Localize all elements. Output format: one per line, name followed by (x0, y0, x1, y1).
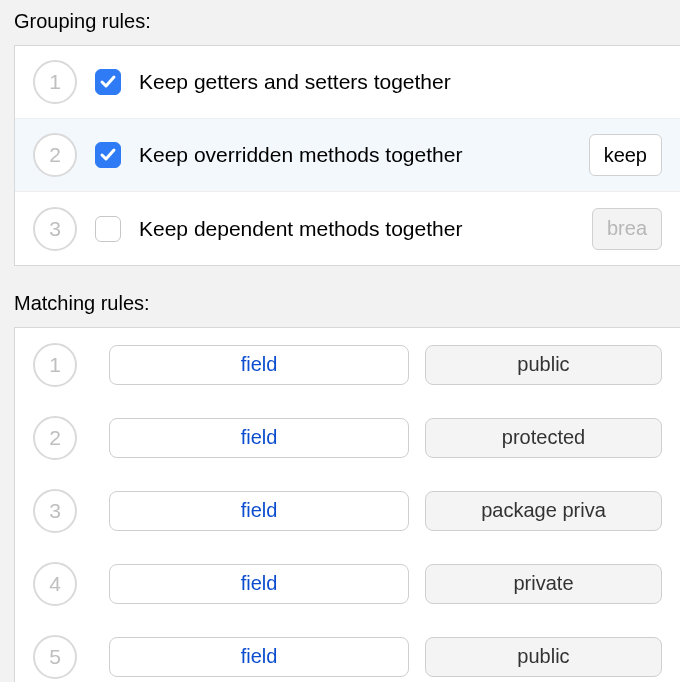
checkmark-icon (99, 73, 117, 91)
rule-modifier-selector[interactable]: protected (425, 418, 662, 458)
rule-type-selector[interactable]: field (109, 491, 409, 531)
grouping-rule-row[interactable]: 3 Keep dependent methods together brea (15, 192, 680, 265)
rule-number-badge: 4 (33, 562, 77, 606)
grouping-rules-label: Grouping rules: (0, 0, 680, 45)
matching-rule-row[interactable]: 1 field public (15, 328, 680, 401)
checkmark-icon (99, 146, 117, 164)
matching-rule-row[interactable]: 2 field protected (15, 401, 680, 474)
rule-number-badge: 1 (33, 343, 77, 387)
rule-checkbox[interactable] (95, 142, 121, 168)
rule-modifier-selector[interactable]: package priva (425, 491, 662, 531)
rule-checkbox[interactable] (95, 216, 121, 242)
rule-modifier-selector[interactable]: public (425, 637, 662, 677)
rule-modifier-selector[interactable]: public (425, 345, 662, 385)
rule-checkbox[interactable] (95, 69, 121, 95)
rule-type-selector[interactable]: field (109, 564, 409, 604)
rule-number-badge: 3 (33, 207, 77, 251)
rule-number-badge: 3 (33, 489, 77, 533)
matching-rules-label: Matching rules: (0, 266, 680, 327)
rule-label: Keep overridden methods together (139, 143, 462, 167)
rule-number-badge: 1 (33, 60, 77, 104)
matching-rule-row[interactable]: 4 field private (15, 547, 680, 620)
rule-type-selector[interactable]: field (109, 345, 409, 385)
rule-modifier-selector[interactable]: private (425, 564, 662, 604)
grouping-rule-row[interactable]: 1 Keep getters and setters together (15, 46, 680, 119)
grouping-rule-row[interactable]: 2 Keep overridden methods together keep (15, 119, 680, 192)
rule-number-badge: 2 (33, 416, 77, 460)
matching-rules-panel: 1 field public 2 field protected 3 field… (14, 327, 680, 682)
matching-rule-row[interactable]: 5 field public (15, 620, 680, 682)
grouping-rules-panel: 1 Keep getters and setters together 2 Ke… (14, 45, 680, 266)
matching-rule-row[interactable]: 3 field package priva (15, 474, 680, 547)
rule-order-dropdown: brea (592, 208, 662, 250)
rule-number-badge: 5 (33, 635, 77, 679)
rule-type-selector[interactable]: field (109, 637, 409, 677)
rule-type-selector[interactable]: field (109, 418, 409, 458)
rule-label: Keep dependent methods together (139, 217, 462, 241)
rule-label: Keep getters and setters together (139, 70, 451, 94)
rule-number-badge: 2 (33, 133, 77, 177)
rule-order-dropdown[interactable]: keep (589, 134, 662, 176)
